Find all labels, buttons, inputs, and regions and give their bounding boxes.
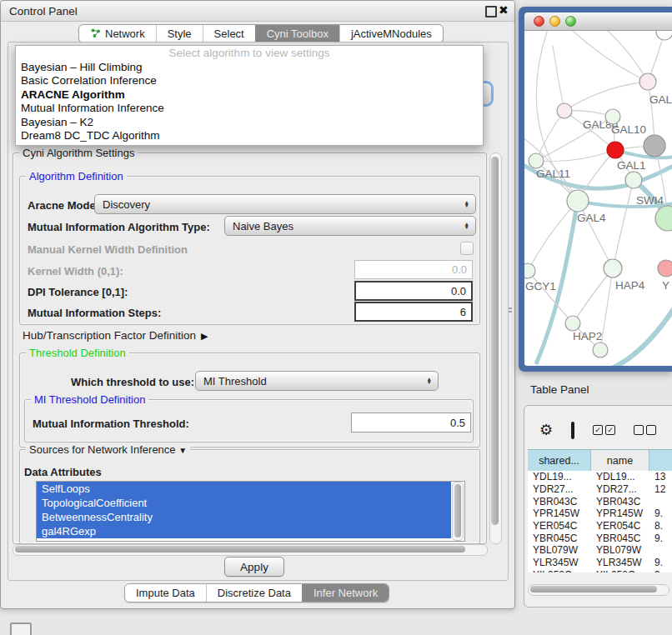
algorithm-dropdown: Select algorithm to view settings Bayesi… (15, 45, 484, 146)
network-graph[interactable]: GALGAL80GAL10GAL1GAL11SWI4GAL4GCY1HAP4YH… (524, 31, 672, 366)
aracne-mode-value: Discovery (103, 198, 150, 211)
panel-divider-handle[interactable] (508, 305, 513, 314)
tab-network[interactable]: Network (79, 25, 156, 42)
dropdown-option-basic-correlation-inference[interactable]: Basic Correlation Inference (16, 74, 483, 88)
table-cell: YPR145W (591, 508, 649, 519)
settings-horizontal-scrollbar[interactable] (13, 544, 488, 556)
column-header-extra[interactable] (649, 450, 672, 472)
dropdown-option-dream8-dc-tdc-algorithm[interactable]: Dream8 DC_TDC Algorithm (16, 129, 483, 142)
control-panel-title: Control Panel (9, 5, 78, 18)
network-edge[interactable] (606, 31, 648, 82)
tab-select[interactable]: Select (203, 25, 255, 42)
table-horizontal-scrollbar[interactable] (528, 584, 669, 596)
table-toolbar: ⚙ ✓✓ (528, 419, 672, 441)
network-node[interactable] (656, 31, 672, 40)
attribute-item-betweennesscentrality[interactable]: BetweennessCentrality (37, 510, 451, 524)
tab-impute-data[interactable]: Impute Data (125, 584, 206, 602)
network-node-hap4[interactable] (604, 259, 622, 278)
mi-algorithm-type-select[interactable]: Naive Bayes ▲▼ (224, 216, 476, 236)
gear-icon[interactable]: ⚙ (539, 422, 553, 438)
table-row[interactable]: YER054CYER054C8. (528, 520, 672, 532)
settings-vertical-scrollbar-thumb[interactable] (491, 157, 499, 525)
attributes-scrollbar-thumb[interactable] (454, 484, 461, 538)
attribute-item-gal4rgexp[interactable]: gal4RGexp (37, 524, 451, 538)
network-node-gal[interactable] (639, 73, 656, 90)
network-edge[interactable] (613, 180, 634, 268)
tab-discretize-data[interactable]: Discretize Data (206, 584, 302, 602)
data-attributes-list[interactable]: SelfLoopsTopologicalCoefficientBetweenne… (36, 481, 465, 542)
table-row[interactable]: YBR043CYBR043C (528, 495, 672, 508)
tab-infer-network[interactable]: Infer Network (302, 584, 389, 602)
select-all-checkboxes-icon[interactable]: ✓✓ (593, 425, 615, 435)
dpi-tolerance-input[interactable]: 0.0 (354, 281, 473, 301)
mi-algorithm-type-value: Naive Bayes (233, 220, 293, 232)
attributes-scrollbar[interactable] (452, 482, 464, 541)
network-node-gcy1[interactable] (524, 263, 535, 278)
close-button[interactable] (534, 16, 544, 27)
mi-threshold-input[interactable]: 0.5 (351, 412, 471, 432)
network-edge[interactable] (553, 46, 564, 111)
network-edge[interactable] (601, 302, 672, 366)
minimized-panel-chip[interactable] (10, 622, 32, 635)
table-row[interactable]: YIL052CYIL052C9 (528, 569, 672, 573)
table-row[interactable]: YLR345WYLR345W9. (528, 557, 672, 569)
attribute-item-topologicalcoefficient[interactable]: TopologicalCoefficient (37, 496, 451, 510)
dropdown-option-mutual-information-inference[interactable]: Mutual Information Inference (16, 102, 483, 115)
tab-jactivemnodules[interactable]: jActiveMNodules (339, 25, 443, 42)
deselect-all-checkboxes-icon[interactable] (634, 425, 656, 435)
table-cell: 9 (649, 569, 672, 572)
network-node-hap2[interactable] (565, 316, 580, 331)
mi-threshold-label: Mutual Information Threshold: (33, 418, 189, 430)
sources-title: Sources for Network Inference (29, 443, 176, 456)
threshold-definition-label: Threshold Definition (26, 348, 129, 358)
attribute-item-selfloops[interactable]: SelfLoops (37, 482, 451, 496)
which-threshold-select[interactable]: MI Threshold ▲▼ (195, 371, 439, 391)
network-canvas[interactable]: GALGAL80GAL10GAL1GAL11SWI4GAL4GCY1HAP4YH… (524, 31, 672, 366)
network-node[interactable] (593, 342, 608, 358)
minimize-button[interactable] (549, 16, 560, 27)
table-row[interactable]: YPR145WYPR145W9. (528, 508, 672, 520)
column-header-name[interactable]: name (591, 450, 649, 472)
table-row[interactable]: YDL19...YDL19...13 (528, 471, 672, 483)
hub-definition-expander[interactable]: Hub/Transcription Factor Definition▶ (23, 329, 208, 342)
network-edge[interactable] (573, 31, 648, 82)
manual-kernel-width-checkbox[interactable] (460, 242, 474, 255)
aracne-mode-label: Aracne Mode: (28, 199, 99, 212)
network-node-gal11[interactable] (529, 153, 544, 168)
network-node[interactable] (644, 135, 665, 157)
columns-icon[interactable] (571, 422, 574, 439)
tab-cyni-toolbox[interactable]: Cyni Toolbox (255, 25, 339, 42)
dropdown-option-aracne-algorithm[interactable]: ARACNE Algorithm (16, 88, 483, 102)
kernel-width-input[interactable]: 0.0 (354, 260, 473, 279)
network-node-gal80[interactable] (557, 103, 572, 118)
table-row[interactable]: YBR045CYBR045C9. (528, 532, 672, 544)
apply-button[interactable]: Apply (224, 557, 284, 577)
tab-style[interactable]: Style (156, 25, 203, 42)
dropdown-option-bayesian-hill-climbing[interactable]: Bayesian – Hill Climbing (16, 61, 483, 74)
float-window-icon[interactable] (485, 6, 497, 18)
network-edge[interactable] (528, 271, 573, 323)
settings-vertical-scrollbar[interactable] (489, 152, 502, 544)
network-node-gal1[interactable] (607, 142, 624, 158)
table-cell: YBL079W (528, 544, 591, 556)
table-row[interactable]: YBL079WYBL079W (528, 544, 672, 557)
network-window-titlebar[interactable] (524, 12, 672, 31)
network-edge[interactable] (564, 82, 648, 111)
aracne-mode-select[interactable]: Discovery ▲▼ (94, 194, 476, 214)
network-node[interactable] (655, 206, 672, 231)
table-horizontal-scrollbar-thumb[interactable] (530, 586, 657, 592)
network-node-swi4[interactable] (625, 172, 642, 188)
dropdown-option-bayesian-k2[interactable]: Bayesian – K2 (16, 116, 483, 129)
table-row[interactable]: YDR27...YDR27...12 (528, 483, 672, 496)
settings-horizontal-scrollbar-thumb[interactable] (15, 546, 465, 552)
close-icon[interactable]: ✖ (499, 3, 509, 17)
expander-down-arrow-icon[interactable]: ▼ (178, 446, 187, 455)
column-header-shared[interactable]: shared... (528, 450, 591, 472)
network-edge[interactable] (573, 268, 613, 323)
network-node-y[interactable] (658, 260, 672, 277)
network-view-window: GALGAL80GAL10GAL1GAL11SWI4GAL4GCY1HAP4YH… (519, 7, 672, 372)
mi-steps-input[interactable]: 6 (354, 302, 473, 322)
network-node-gal4[interactable] (567, 190, 589, 212)
zoom-button[interactable] (565, 16, 576, 27)
network-node-gal10[interactable] (605, 109, 620, 124)
